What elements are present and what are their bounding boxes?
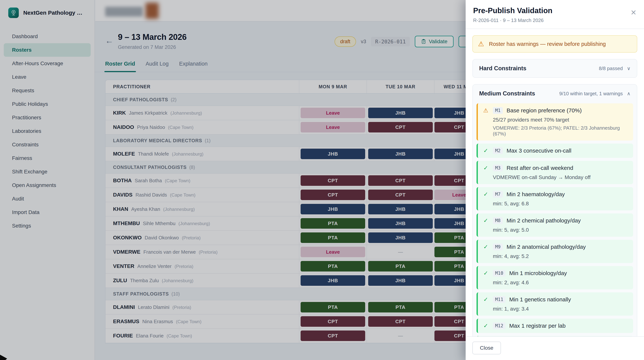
medium-constraints-title: Medium Constraints bbox=[479, 90, 559, 97]
constraint-title: Max 3 consecutive on-call bbox=[506, 148, 571, 154]
check-icon: ✓ bbox=[482, 270, 489, 276]
constraint-detail: VDMERWE on-call Sunday → Monday off bbox=[493, 174, 628, 180]
check-icon: ✓ bbox=[482, 323, 489, 329]
hard-constraints-toggle[interactable]: Hard Constraints 8/8 passed ∨ bbox=[473, 59, 637, 77]
constraint-title: Rest after on-call weekend bbox=[506, 165, 573, 171]
constraint-item-m7: ✓M7Min 2 haematology/daymin: 5, avg: 6.8 bbox=[476, 187, 633, 210]
constraint-id-chip: M9 bbox=[493, 243, 503, 250]
constraint-id-chip: M8 bbox=[493, 217, 503, 224]
constraint-item-m9: ✓M9Min 2 anatomical pathology/daymin: 4,… bbox=[476, 240, 633, 263]
check-icon: ✓ bbox=[482, 244, 489, 250]
close-button[interactable]: Close bbox=[472, 341, 501, 354]
constraint-item-m10: ✓M10Min 1 microbiology/daymin: 2, avg: 4… bbox=[476, 266, 633, 289]
panel-body: ⚠ Roster has warnings — review before pu… bbox=[466, 29, 644, 336]
warning-icon: ⚠ bbox=[482, 108, 489, 113]
constraint-item-m2: ✓M2Max 3 consecutive on-call bbox=[476, 144, 633, 158]
medium-constraints-card: Medium Constraints 9/10 within target, 1… bbox=[472, 84, 637, 336]
check-icon: ✓ bbox=[482, 297, 489, 302]
constraint-title: Min 2 anatomical pathology/day bbox=[506, 244, 586, 250]
constraint-detail: min: 2, avg: 4.6 bbox=[493, 280, 628, 286]
constraint-item-m11: ✓M11Min 1 genetics nationallymin: 1, avg… bbox=[476, 292, 633, 316]
constraint-item-m3: ✓M3Rest after on-call weekendVDMERWE on-… bbox=[476, 161, 633, 184]
warning-text: Roster has warnings — review before publ… bbox=[489, 41, 606, 47]
constraint-title: Base region preference (70%) bbox=[506, 107, 582, 114]
chevron-up-icon: ∧ bbox=[627, 91, 630, 97]
panel-header: Pre-Publish Validation R-2026-011 · 9 – … bbox=[466, 0, 644, 29]
check-icon: ✓ bbox=[482, 191, 489, 197]
panel-subtitle: R-2026-011 · 9 – 13 March 2026 bbox=[473, 18, 636, 23]
constraint-item-m8: ✓M8Min 2 chemical pathology/daymin: 5, a… bbox=[476, 213, 633, 237]
check-icon: ✓ bbox=[482, 165, 489, 171]
hard-constraints-title: Hard Constraints bbox=[479, 65, 599, 72]
constraint-title: Max 1 registrar per lab bbox=[509, 323, 566, 329]
constraint-detail: min: 5, avg: 5.0 bbox=[493, 227, 628, 233]
constraint-detail: min: 5, avg: 6.8 bbox=[493, 201, 628, 207]
constraint-id-chip: M10 bbox=[493, 270, 506, 277]
hard-constraints-summary: 8/8 passed bbox=[599, 66, 623, 71]
warning-icon: ⚠ bbox=[478, 41, 484, 47]
constraint-id-chip: M2 bbox=[493, 147, 503, 154]
constraint-id-chip: M7 bbox=[493, 191, 503, 198]
chevron-down-icon: ∨ bbox=[627, 66, 630, 71]
constraint-item-m1: ⚠M1Base region preference (70%)25/27 pro… bbox=[476, 103, 633, 141]
constraint-title: Min 1 microbiology/day bbox=[509, 270, 567, 276]
constraint-item-m12: ✓M12Max 1 registrar per lab bbox=[476, 319, 633, 333]
close-icon[interactable]: ✕ bbox=[630, 9, 636, 16]
warning-banner: ⚠ Roster has warnings — review before pu… bbox=[472, 35, 637, 53]
hard-constraints-card: Hard Constraints 8/8 passed ∨ bbox=[472, 59, 637, 78]
constraint-id-chip: M12 bbox=[493, 322, 506, 329]
check-icon: ✓ bbox=[482, 218, 489, 223]
panel-footer: Close bbox=[466, 336, 644, 360]
constraint-title: Min 2 chemical pathology/day bbox=[506, 217, 581, 224]
constraint-detail: min: 4, avg: 5.2 bbox=[493, 253, 628, 259]
constraint-title: Min 2 haematology/day bbox=[506, 191, 565, 197]
constraint-title: Min 1 genetics nationally bbox=[509, 296, 571, 303]
panel-title: Pre-Publish Validation bbox=[473, 7, 636, 15]
medium-constraints-list: ⚠M1Base region preference (70%)25/27 pro… bbox=[473, 103, 637, 336]
constraint-id-chip: M3 bbox=[493, 165, 503, 171]
check-icon: ✓ bbox=[482, 148, 489, 154]
medium-constraints-toggle[interactable]: Medium Constraints 9/10 within target, 1… bbox=[473, 85, 637, 103]
constraint-id-chip: M1 bbox=[493, 107, 503, 114]
pre-publish-validation-panel: Pre-Publish Validation R-2026-011 · 9 – … bbox=[466, 0, 644, 360]
constraint-detail: 25/27 providers meet 70% target bbox=[493, 117, 628, 123]
medium-constraints-summary: 9/10 within target, 1 warnings bbox=[559, 91, 623, 97]
constraint-detail: min: 1, avg: 3.4 bbox=[493, 306, 628, 312]
constraint-id-chip: M11 bbox=[493, 296, 506, 303]
constraint-sub-detail: VDMERWE: 2/3 Pretoria (67%); PATEL: 2/3 … bbox=[493, 125, 628, 137]
